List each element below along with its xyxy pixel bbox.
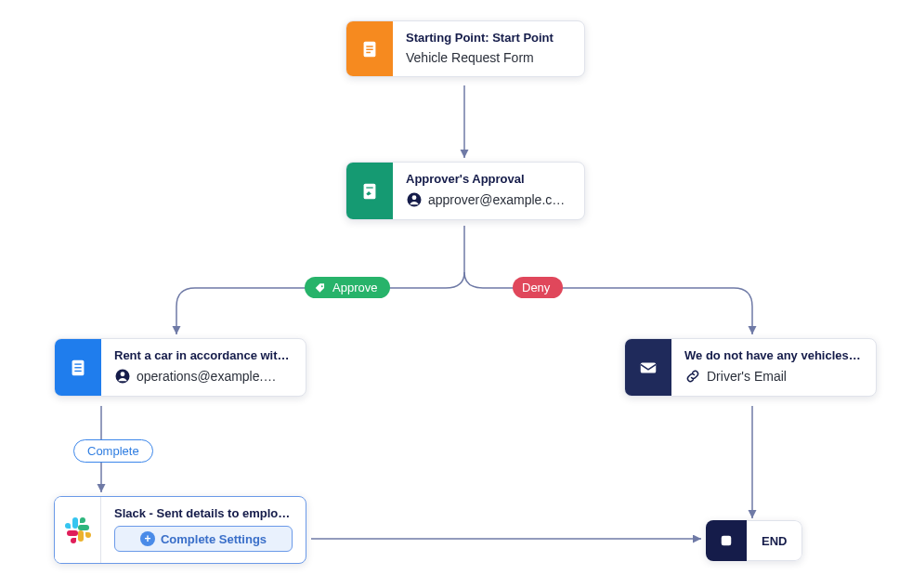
complete-settings-button[interactable]: + Complete Settings <box>114 526 293 552</box>
svg-point-7 <box>412 195 417 200</box>
approve-badge: Approve <box>305 277 390 298</box>
sign-document-icon <box>346 163 393 219</box>
svg-rect-3 <box>366 51 371 52</box>
user-icon <box>406 191 423 208</box>
svg-rect-15 <box>641 362 657 372</box>
user-icon <box>114 368 131 385</box>
complete-badge: Complete <box>73 439 153 463</box>
svg-rect-16 <box>722 536 732 546</box>
reject-sub: Driver's Email <box>707 369 787 384</box>
svg-rect-4 <box>364 183 376 199</box>
list-document-icon <box>55 339 101 396</box>
deny-badge: Deny <box>513 277 563 298</box>
link-icon <box>684 368 701 385</box>
svg-rect-12 <box>74 370 81 371</box>
slack-icon <box>55 497 101 563</box>
svg-rect-1 <box>366 46 372 46</box>
svg-point-14 <box>121 372 125 376</box>
envelope-icon <box>625 339 671 396</box>
rent-email: operations@example.… <box>137 369 276 384</box>
approval-title: Approver's Approval <box>406 172 571 186</box>
svg-point-8 <box>321 285 323 287</box>
svg-rect-10 <box>74 363 81 364</box>
end-label: END <box>747 520 802 561</box>
svg-rect-11 <box>74 367 81 368</box>
start-title: Starting Point: Start Point <box>406 31 571 45</box>
document-icon <box>346 21 393 76</box>
tag-icon <box>314 281 327 294</box>
end-node[interactable]: END <box>706 520 802 561</box>
reject-node[interactable]: We do not have any vehicles … Driver's E… <box>624 338 877 397</box>
approval-email: approver@example.c… <box>428 192 565 207</box>
reject-title: We do not have any vehicles … <box>684 348 863 362</box>
rent-node[interactable]: Rent a car in accordance wit… operations… <box>54 338 306 397</box>
rent-title: Rent a car in accordance wit… <box>114 348 293 362</box>
slack-title: Slack - Sent details to emplo… <box>114 506 293 520</box>
plus-icon: + <box>140 531 155 546</box>
stop-icon <box>706 520 747 561</box>
start-subtitle: Vehicle Request Form <box>406 50 571 65</box>
slack-node[interactable]: Slack - Sent details to emplo… + Complet… <box>54 496 306 564</box>
svg-rect-5 <box>366 187 372 188</box>
approval-node[interactable]: Approver's Approval approver@example.c… <box>345 162 585 220</box>
start-node[interactable]: Starting Point: Start Point Vehicle Requ… <box>345 20 585 77</box>
svg-rect-2 <box>366 48 372 49</box>
